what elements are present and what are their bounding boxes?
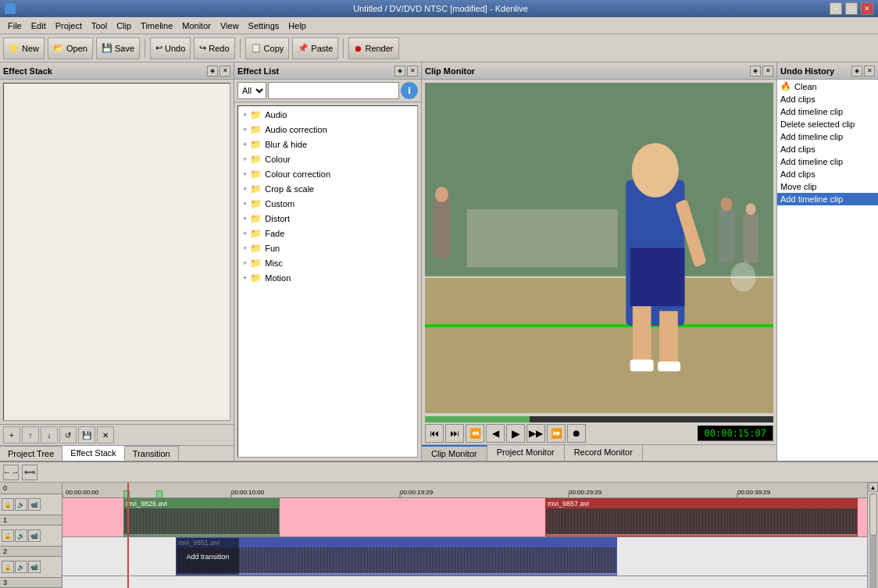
track-row-2[interactable] — [62, 576, 878, 588]
undo-history-float-button[interactable]: ◈ — [851, 66, 862, 77]
effect-list-float-button[interactable]: ◈ — [394, 66, 405, 77]
category-crop-header[interactable]: + 📁 Crop & scale — [240, 182, 416, 196]
menu-project[interactable]: Project — [51, 20, 87, 32]
menu-timeline[interactable]: Timeline — [136, 20, 177, 32]
undo-history-close-button[interactable]: ✕ — [864, 66, 875, 77]
track-0-video-button[interactable]: 📹 — [28, 498, 41, 511]
es-add-button[interactable]: + — [3, 426, 20, 444]
redo-button[interactable]: ↪ Redo — [194, 37, 234, 59]
category-audio-correction-header[interactable]: + 📁 Audio correction — [240, 123, 416, 137]
tl-zoom-out-button[interactable]: ←→ — [3, 465, 19, 480]
category-misc-header[interactable]: + 📁 Misc — [240, 256, 416, 270]
undo-item-add-timeline-clip-1[interactable]: Add timeline clip — [777, 105, 878, 118]
category-fade-header[interactable]: + 📁 Fade — [240, 226, 416, 241]
clip-mvi9857[interactable]: mvi_9857.avi — [545, 498, 858, 536]
category-audio-header[interactable]: + 📁 Audio — [240, 108, 416, 122]
monitor-fast-forward-button[interactable]: ⏩ — [547, 424, 566, 443]
effect-list-close-button[interactable]: ✕ — [407, 66, 418, 77]
es-delete-button[interactable]: ✕ — [97, 426, 114, 444]
track-2-mute-button[interactable]: 🔊 — [15, 561, 27, 573]
minimize-button[interactable]: ─ — [830, 2, 842, 15]
track-1-video-button[interactable]: 📹 — [28, 529, 41, 542]
paste-button[interactable]: 📌 Paste — [292, 37, 338, 59]
menu-clip[interactable]: Clip — [112, 20, 136, 32]
effect-stack-float-button[interactable]: ◈ — [207, 66, 218, 77]
undo-item-add-timeline-clip-3[interactable]: Add timeline clip — [777, 155, 878, 168]
maximize-button[interactable]: □ — [845, 2, 858, 15]
undo-item-add-clips-2[interactable]: Add clips — [777, 143, 878, 155]
menu-view[interactable]: View — [216, 20, 244, 32]
track-row-0[interactable]: mvi_9826.avi mvi_9857.avi — [62, 498, 878, 537]
track-0-lock-button[interactable]: 🔒 — [2, 498, 14, 511]
new-button[interactable]: ⭐ New — [3, 37, 45, 59]
category-distort-header[interactable]: + 📁 Distort — [240, 212, 416, 226]
save-button[interactable]: 💾 Save — [96, 37, 140, 59]
clip-monitor-close-button[interactable]: ✕ — [762, 66, 773, 77]
scrollbar-thumb[interactable] — [869, 494, 877, 536]
track-1-lock-button[interactable]: 🔒 — [2, 529, 14, 542]
menu-monitor[interactable]: Monitor — [177, 20, 216, 32]
monitor-back-button[interactable]: ◀ — [486, 424, 505, 443]
category-colour: + 📁 Colour — [240, 152, 416, 166]
clip-monitor-float-button[interactable]: ◈ — [750, 66, 761, 77]
category-custom-header[interactable]: + 📁 Custom — [240, 197, 416, 211]
category-fun-header[interactable]: + 📁 Fun — [240, 241, 416, 255]
timeline-ruler[interactable]: 00:00:00:00 00:00:10:00 00:00:19:29 00:0… — [62, 483, 878, 498]
clip-mvi9826[interactable]: mvi_9826.avi — [123, 498, 280, 536]
undo-button[interactable]: ↩ Undo — [150, 37, 191, 59]
monitor-rewind-button[interactable]: ⏪ — [466, 424, 484, 443]
track-0-mute-button[interactable]: 🔊 — [15, 498, 27, 511]
tab-project-tree[interactable]: Project Tree — [0, 446, 62, 461]
category-colour-correction-header[interactable]: + 📁 Colour correction — [240, 167, 416, 181]
tab-transition[interactable]: Transition — [125, 446, 179, 461]
undo-item-clean[interactable]: 🔥 Clean — [777, 80, 878, 93]
es-reset-button[interactable]: ↺ — [59, 426, 77, 444]
vertical-scrollbar[interactable]: ▲ ▼ — [867, 483, 878, 588]
category-blur-header[interactable]: + 📁 Blur & hide — [240, 137, 416, 151]
es-save-button[interactable]: 💾 — [78, 426, 95, 444]
es-up-button[interactable]: ↑ — [22, 426, 39, 444]
scrollbar-up-button[interactable]: ▲ — [869, 483, 878, 492]
monitor-tab-clip[interactable]: Clip Monitor — [422, 445, 487, 461]
effect-category-filter[interactable]: All — [237, 82, 266, 99]
tl-fit-button[interactable]: ⟺ — [22, 465, 37, 480]
monitor-video[interactable] — [425, 83, 773, 413]
monitor-record-button[interactable]: ⏺ — [567, 424, 586, 443]
effect-stack-close-button[interactable]: ✕ — [220, 66, 230, 77]
folder-blur-icon: 📁 — [250, 139, 262, 150]
menu-tool[interactable]: Tool — [87, 20, 112, 32]
es-down-button[interactable]: ↓ — [41, 426, 58, 444]
add-transition-overlay[interactable]: Add transition — [177, 538, 239, 575]
undo-item-add-timeline-clip-2[interactable]: Add timeline clip — [777, 130, 878, 143]
monitor-tab-record[interactable]: Record Monitor — [565, 445, 643, 461]
menu-settings[interactable]: Settings — [244, 20, 284, 32]
category-motion-header[interactable]: + 📁 Motion — [240, 271, 416, 285]
menu-edit[interactable]: Edit — [27, 20, 51, 32]
monitor-tab-project[interactable]: Project Monitor — [487, 445, 565, 461]
track-row-1[interactable]: Add transition mvi_9851.avi — [62, 537, 878, 576]
undo-item-move-clip[interactable]: Move clip — [777, 180, 878, 193]
undo-item-add-timeline-clip-selected[interactable]: Add timeline clip — [777, 193, 878, 205]
monitor-forward-button[interactable]: ▶▶ — [526, 424, 545, 443]
undo-item-add-clips-3[interactable]: Add clips — [777, 168, 878, 180]
track-2-video-button[interactable]: 📹 — [28, 561, 41, 573]
menu-file[interactable]: File — [3, 20, 27, 32]
monitor-play-button[interactable]: ▶ — [506, 424, 525, 443]
tab-effect-stack[interactable]: Effect Stack — [62, 445, 125, 461]
close-button[interactable]: ✕ — [861, 2, 873, 15]
monitor-progress-bar[interactable] — [425, 416, 773, 422]
open-button[interactable]: 📂 Open — [48, 37, 93, 59]
undo-item-add-clips-1[interactable]: Add clips — [777, 93, 878, 105]
copy-button[interactable]: 📋 Copy — [245, 37, 290, 59]
menu-help[interactable]: Help — [284, 20, 311, 32]
undo-item-delete-selected[interactable]: Delete selected clip — [777, 118, 878, 130]
clip-mvi9851[interactable]: Add transition mvi_9851.avi — [176, 537, 617, 576]
track-1-mute-button[interactable]: 🔊 — [15, 529, 27, 542]
category-colour-header[interactable]: + 📁 Colour — [240, 152, 416, 166]
effect-info-button[interactable]: ℹ — [401, 82, 418, 99]
monitor-jump-start-button[interactable]: ⏮ — [425, 424, 444, 443]
render-button[interactable]: ⏺ Render — [348, 37, 398, 59]
track-2-lock-button[interactable]: 🔒 — [2, 561, 14, 573]
effect-search-input[interactable] — [268, 82, 399, 99]
monitor-prev-frame-button[interactable]: ⏭ — [445, 424, 464, 443]
